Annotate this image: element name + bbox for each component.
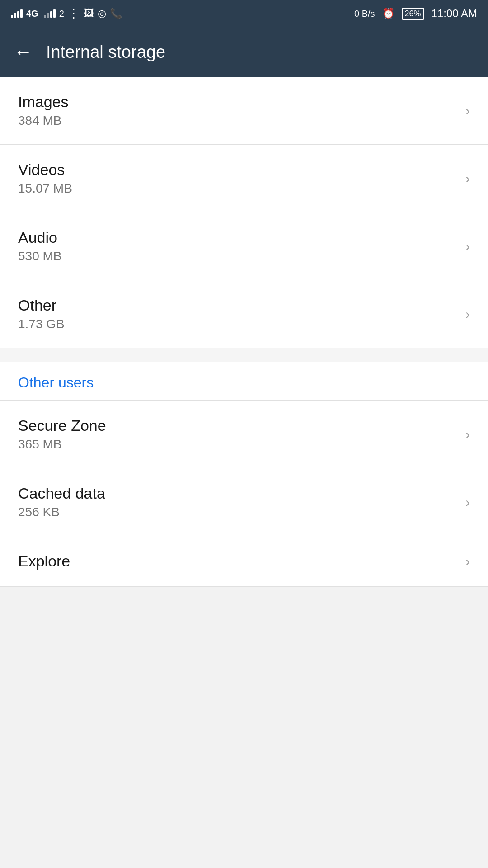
secure-zone-item[interactable]: Secure Zone 365 MB › <box>0 401 488 468</box>
videos-title: Videos <box>18 161 72 179</box>
explore-item[interactable]: Explore › <box>0 536 488 587</box>
battery-indicator: 26% <box>402 8 424 20</box>
other-users-label[interactable]: Other users <box>0 362 488 401</box>
time-display: 11:00 AM <box>432 7 477 20</box>
audio-title: Audio <box>18 229 62 246</box>
status-bar-left: 4G 2 ⋮ 🖼 ◎ 📞 <box>11 7 122 21</box>
back-button[interactable]: ← <box>14 41 33 63</box>
image-icon: 🖼 <box>84 8 94 19</box>
videos-item[interactable]: Videos 15.07 MB › <box>0 145 488 212</box>
alarm-icon: ⏰ <box>382 8 394 19</box>
audio-item[interactable]: Audio 530 MB › <box>0 212 488 280</box>
secure-zone-title: Secure Zone <box>18 417 106 434</box>
other-item[interactable]: Other 1.73 GB › <box>0 280 488 348</box>
other-chevron-icon: › <box>465 307 470 322</box>
more-icon: ⋮ <box>68 7 80 21</box>
other-title: Other <box>18 297 65 314</box>
network-type-1: 4G <box>26 9 38 19</box>
phone-icon: 📞 <box>110 8 122 19</box>
status-bar-right: 0 B/s ⏰ 26% 11:00 AM <box>354 7 477 20</box>
secure-zone-size: 365 MB <box>18 437 106 452</box>
explore-chevron-icon: › <box>465 554 470 569</box>
cached-data-title: Cached data <box>18 485 105 502</box>
images-size: 384 MB <box>18 113 69 128</box>
cached-data-chevron-icon: › <box>465 495 470 510</box>
audio-chevron-icon: › <box>465 239 470 254</box>
data-speed: 0 B/s <box>354 9 375 19</box>
storage-content: Images 384 MB › Videos 15.07 MB › Audio … <box>0 77 488 587</box>
secure-zone-chevron-icon: › <box>465 427 470 442</box>
signal-icon-2 <box>44 9 56 18</box>
status-bar: 4G 2 ⋮ 🖼 ◎ 📞 0 B/s ⏰ 26% 11:00 AM <box>0 0 488 27</box>
images-item[interactable]: Images 384 MB › <box>0 77 488 145</box>
videos-chevron-icon: › <box>465 171 470 186</box>
other-size: 1.73 GB <box>18 317 65 331</box>
header: ← Internal storage <box>0 27 488 77</box>
videos-size: 15.07 MB <box>18 181 72 196</box>
cached-data-size: 256 KB <box>18 505 105 519</box>
page-title: Internal storage <box>46 42 165 62</box>
signal-icon-1 <box>11 9 23 18</box>
back-arrow-icon: ← <box>14 41 33 63</box>
explore-title: Explore <box>18 552 70 570</box>
cached-data-item[interactable]: Cached data 256 KB › <box>0 468 488 536</box>
section-separator <box>0 348 488 362</box>
audio-size: 530 MB <box>18 249 62 264</box>
chrome-icon: ◎ <box>98 8 106 19</box>
images-chevron-icon: › <box>465 103 470 118</box>
network-type-2: 2 <box>59 9 64 19</box>
images-title: Images <box>18 93 69 111</box>
